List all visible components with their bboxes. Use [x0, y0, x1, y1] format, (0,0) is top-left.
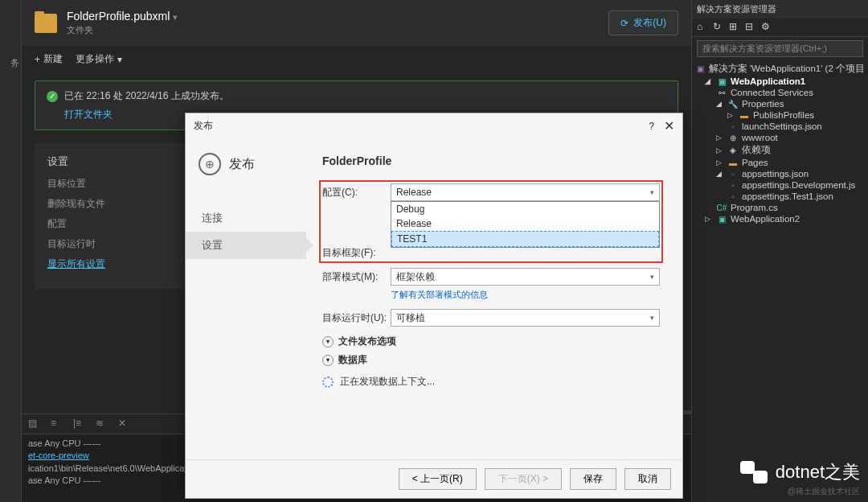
profile-name: FolderProfile.pubxml ▾	[67, 10, 608, 23]
tree-item[interactable]: ▫appsettings.Development.js	[695, 179, 865, 191]
publish-button[interactable]: 发布(U)	[608, 10, 678, 35]
solution-explorer: 解决方案资源管理器 ⌂ ↻ ⊞ ⊟ ⚙ 搜索解决方案资源管理器(Ctrl+;) …	[691, 0, 868, 502]
save-button[interactable]: 保存	[570, 468, 616, 490]
tree-item[interactable]: ▷⊕wwwroot	[695, 132, 865, 143]
nav-connect[interactable]: 连接	[186, 204, 306, 232]
profile-title: FolderProfile	[322, 154, 660, 167]
tree-project[interactable]: ▷▣WebApplication2	[695, 213, 865, 224]
left-sidebar: 务	[0, 0, 22, 502]
deploy-info-link[interactable]: 了解有关部署模式的信息	[391, 289, 660, 301]
dialog-content: FolderProfile 配置(C): Release Debug Relea…	[306, 138, 682, 459]
tree-item[interactable]: ◢🔧Properties	[695, 98, 865, 109]
loading-text: 正在发现数据上下文...	[340, 375, 435, 389]
profile-sub: 文件夹	[67, 24, 608, 36]
deploy-label: 部署模式(M):	[322, 270, 391, 284]
config-option-debug[interactable]: Debug	[391, 202, 659, 216]
spinner-icon	[322, 376, 334, 388]
file-options-section[interactable]: ▾ 文件发布选项	[322, 335, 660, 348]
highlight-box: 配置(C): Release Debug Release TEST1 目标框架(…	[319, 180, 663, 263]
tree-item[interactable]: ▷▬PublishProfiles	[695, 109, 865, 121]
solution-search[interactable]: 搜索解决方案资源管理器(Ctrl+;)	[697, 40, 863, 57]
config-dropdown-list: Debug Release TEST1	[391, 201, 660, 248]
toolbar-icon[interactable]: ⌂	[697, 21, 710, 34]
tree-item[interactable]: ▫appsettings.Test1.json	[695, 191, 865, 202]
runtime-label: 目标运行时(U):	[322, 311, 391, 325]
toolbar-icon[interactable]: ≋	[96, 418, 108, 430]
new-button[interactable]: + 新建	[35, 52, 63, 66]
prev-button[interactable]: < 上一页(R)	[399, 468, 477, 490]
success-icon: ✓	[47, 91, 58, 102]
more-actions-button[interactable]: 更多操作 ▾	[76, 52, 122, 66]
dialog-footer: < 上一页(R) 下一页(X) > 保存 取消	[186, 459, 682, 498]
solution-tree: ▣解决方案 'WebApplication1' (2 个项目 ◢▣WebAppl…	[692, 60, 868, 226]
tree-item[interactable]: C#Program.cs	[695, 202, 865, 213]
runtime-dropdown[interactable]: 可移植	[391, 309, 660, 327]
tree-item[interactable]: ▫launchSettings.json	[695, 121, 865, 132]
deploy-dropdown[interactable]: 框架依赖	[391, 268, 660, 286]
toolbar-icon[interactable]: ⊞	[729, 21, 742, 34]
database-section[interactable]: ▾ 数据库	[322, 353, 660, 367]
nav-settings[interactable]: 设置	[186, 232, 306, 259]
toolbar-icon[interactable]: |≡	[73, 418, 86, 430]
profile-header: FolderProfile.pubxml ▾ 文件夹 发布(U)	[22, 0, 691, 46]
tree-item[interactable]: ▷◈依赖项	[695, 143, 865, 157]
chevron-down-icon: ▾	[322, 336, 334, 348]
tree-project[interactable]: ◢▣WebApplication1	[695, 76, 865, 87]
tree-item[interactable]: ◢▫appsettings.json	[695, 168, 865, 179]
tree-item[interactable]: ⚯Connected Services	[695, 87, 865, 98]
solution-header: 解决方案资源管理器	[692, 0, 868, 19]
config-option-test1[interactable]: TEST1	[391, 231, 659, 247]
dialog-sidebar: ⊕ 发布 连接 设置	[186, 138, 306, 459]
config-dropdown[interactable]: Release	[391, 183, 660, 201]
config-label: 配置(C):	[322, 186, 391, 200]
cancel-button[interactable]: 取消	[624, 468, 671, 490]
status-text: 已在 22:16 处 2022/4/16 上成功发布。	[64, 89, 229, 103]
framework-label: 目标框架(F):	[322, 246, 391, 260]
toolbar-icon[interactable]: ▤	[28, 418, 41, 430]
toolbar: + 新建 更多操作 ▾	[22, 46, 691, 72]
globe-icon: ⊕	[199, 153, 221, 175]
dialog-heading: 发布	[229, 156, 255, 173]
tree-solution[interactable]: ▣解决方案 'WebApplication1' (2 个项目	[695, 62, 865, 76]
toolbar-icon[interactable]: ↻	[713, 21, 726, 34]
close-icon[interactable]: ✕	[664, 118, 674, 134]
loading-row: 正在发现数据上下文...	[322, 375, 660, 389]
chevron-down-icon: ▾	[322, 355, 334, 366]
config-option-release[interactable]: Release	[391, 216, 659, 231]
dialog-title-text: 发布	[194, 119, 649, 133]
next-button: 下一页(X) >	[485, 468, 562, 490]
tree-item[interactable]: ▷▬Pages	[695, 157, 865, 168]
watermark-sub: @稀土掘金技术社区	[788, 486, 860, 497]
chat-icon	[740, 461, 768, 483]
toolbar-icon[interactable]: ≡	[51, 418, 63, 430]
solution-toolbar: ⌂ ↻ ⊞ ⊟ ⚙	[692, 19, 868, 37]
toolbar-icon[interactable]: ⚙	[761, 21, 774, 34]
left-tab[interactable]: 务	[9, 51, 21, 499]
folder-icon	[35, 14, 57, 33]
publish-dialog: 发布 ? ✕ ⊕ 发布 连接 设置 FolderProfile 配置(C): R…	[185, 113, 683, 499]
dialog-titlebar: 发布 ? ✕	[186, 113, 682, 138]
toolbar-icon[interactable]: ✕	[118, 418, 131, 430]
help-icon[interactable]: ?	[649, 121, 654, 132]
toolbar-icon[interactable]: ⊟	[745, 21, 758, 34]
watermark: dotnet之美	[740, 460, 860, 484]
